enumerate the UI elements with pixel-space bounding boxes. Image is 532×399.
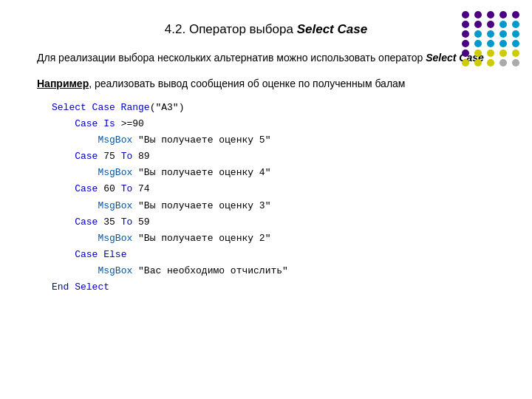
example-rest: , реализовать вывод сообщения об оценке … — [89, 78, 405, 89]
dot — [474, 21, 482, 28]
code-token: Case — [75, 151, 98, 162]
code-line: Case 75 To 89 — [52, 149, 495, 165]
code-token: "Вы получаете оценку 4" — [132, 167, 270, 178]
dot — [462, 21, 469, 28]
code-token: 89 — [132, 151, 149, 162]
dot — [499, 30, 507, 38]
code-token: Case Else — [75, 249, 126, 260]
code-token: >=90 — [115, 118, 144, 129]
code-token: "Вы получаете оценку 2" — [132, 233, 270, 244]
code-token: Case — [75, 216, 98, 228]
dot — [487, 11, 494, 18]
code-token: 59 — [132, 216, 149, 228]
code-token: To — [121, 216, 133, 228]
code-token: MsgBox — [98, 233, 132, 244]
code-token: 74 — [132, 183, 149, 194]
dot — [499, 50, 507, 57]
code-line: End Select — [52, 279, 495, 296]
code-line: MsgBox "Вас необходимо отчислить" — [52, 263, 495, 279]
page: 4.2. Оператор выбора Select Case Для реа… — [0, 0, 532, 399]
code-token: MsgBox — [98, 200, 132, 211]
code-token: 35 — [98, 216, 120, 228]
code-line: MsgBox "Вы получаете оценку 4" — [52, 165, 495, 181]
dot — [512, 50, 519, 57]
dot — [487, 30, 494, 38]
dot — [512, 30, 519, 38]
code-token: "Вы получаете оценку 3" — [132, 200, 270, 211]
dot — [499, 59, 507, 66]
code-token: "Вы получаете оценку 5" — [132, 134, 270, 146]
code-line: MsgBox "Вы получаете оценку 2" — [52, 231, 495, 247]
dot — [462, 40, 469, 47]
intro-text-span: Для реализации выбора нескольких альтерн… — [37, 52, 426, 64]
dot — [512, 21, 519, 28]
page-title: 4.2. Оператор выбора Select Case — [37, 22, 495, 37]
code-token: Case Is — [75, 118, 115, 129]
code-block: Select Case Range("А3") Case Is >=90 Msg… — [37, 100, 495, 296]
dots-decoration — [462, 11, 521, 78]
code-token: MsgBox — [98, 167, 132, 178]
code-token: ("А3") — [150, 102, 185, 113]
code-token: Select Case Range — [52, 102, 150, 113]
code-line: Select Case Range("А3") — [52, 100, 495, 116]
dot — [474, 40, 482, 47]
dot — [487, 21, 494, 28]
code-token: To — [121, 151, 133, 162]
code-line: MsgBox "Вы получаете оценку 3" — [52, 198, 495, 214]
code-line: MsgBox "Вы получаете оценку 5" — [52, 132, 495, 149]
dot — [474, 11, 482, 18]
code-token: 60 — [98, 183, 120, 194]
title-italic: Select Case — [297, 22, 367, 36]
code-token: 75 — [98, 151, 120, 162]
code-token: End Select — [52, 282, 109, 293]
dot — [462, 50, 469, 57]
code-line: Case Else — [52, 247, 495, 263]
dot — [499, 21, 507, 28]
example-label: Например, реализовать вывод сообщения об… — [37, 78, 495, 89]
example-underlined: Например — [37, 78, 89, 89]
dots-grid — [462, 11, 521, 66]
dot — [487, 59, 494, 66]
dot — [487, 40, 494, 47]
title-text: 4.2. Оператор выбора — [165, 22, 297, 36]
dot — [487, 50, 494, 57]
dot — [462, 30, 469, 38]
code-line: Case Is >=90 — [52, 116, 495, 132]
intro-paragraph: Для реализации выбора нескольких альтерн… — [37, 50, 495, 66]
code-token: Case — [75, 183, 98, 194]
dot — [462, 11, 469, 18]
code-token: "Вас необходимо отчислить" — [132, 265, 288, 276]
code-line: Case 60 To 74 — [52, 181, 495, 197]
dot — [512, 59, 519, 66]
dot — [462, 59, 469, 66]
code-line: Case 35 To 59 — [52, 214, 495, 231]
code-token: MsgBox — [98, 265, 132, 276]
code-token: MsgBox — [98, 134, 132, 146]
dot — [512, 11, 519, 18]
dot — [499, 11, 507, 18]
dot — [499, 40, 507, 47]
dot — [474, 30, 482, 38]
dot — [474, 50, 482, 57]
dot — [474, 59, 482, 66]
code-token: To — [121, 183, 133, 194]
dot — [512, 40, 519, 47]
